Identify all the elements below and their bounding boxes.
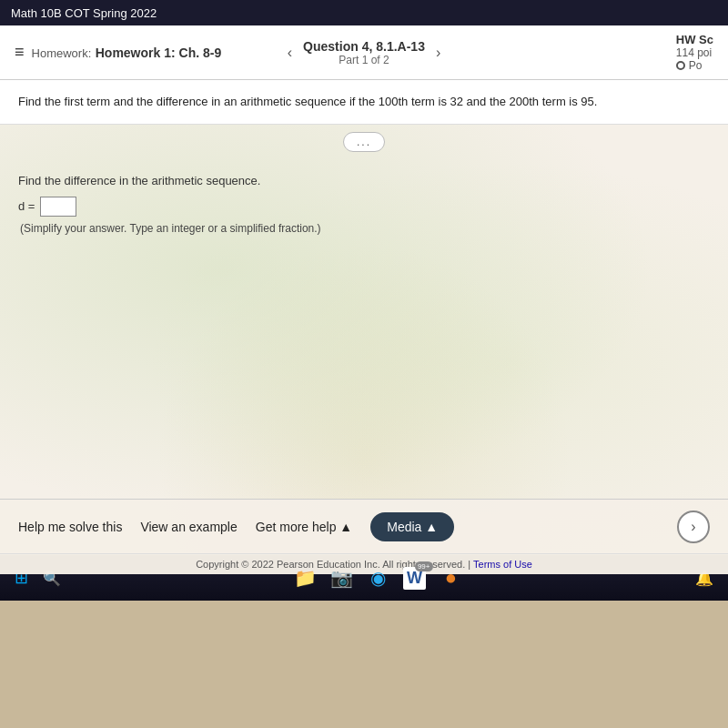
homework-info: Homework: Homework 1: Ch. 8-9	[32, 45, 222, 61]
part-instruction: Find the difference in the arithmetic se…	[18, 174, 710, 187]
orange-app-icon: ●	[445, 566, 457, 590]
hw-score-detail: 114 poi	[676, 46, 713, 59]
file-explorer-icon: 📁	[294, 567, 317, 589]
media-button[interactable]: Media ▲	[370, 512, 454, 541]
taskbar-app-camera[interactable]: 📷	[329, 565, 355, 591]
homework-title-text[interactable]: Homework 1: Ch. 8-9	[96, 46, 221, 60]
help-solve-button[interactable]: Help me solve this	[18, 520, 122, 534]
answer-label: d =	[18, 199, 35, 213]
terms-of-use-link[interactable]: Terms of Use	[473, 559, 532, 570]
circle-arrow-icon: ›	[691, 519, 695, 535]
homework-prefix: Homework:	[32, 46, 92, 60]
header-center: ‹ Question 4, 8.1.A-13 Part 1 of 2 ›	[250, 25, 479, 79]
question-text-box: Find the first term and the difference i…	[0, 80, 728, 125]
answer-section: Find the difference in the arithmetic se…	[0, 159, 728, 249]
word-badge: 99+	[415, 561, 433, 571]
answer-row: d =	[18, 197, 710, 217]
taskbar-app-orange[interactable]: ●	[439, 565, 464, 591]
simplify-hint: (Simplify your answer. Type an integer o…	[20, 222, 710, 235]
radio-dot-icon	[676, 61, 685, 70]
copyright-bar: Copyright © 2022 Pearson Education Inc. …	[0, 553, 728, 574]
homework-label: Homework: Homework 1: Ch. 8-9	[32, 45, 222, 61]
header-left: ≡ Homework: Homework 1: Ch. 8-9	[7, 25, 250, 79]
taskbar-app-fileexplorer[interactable]: 📁	[293, 565, 318, 591]
next-question-arrow[interactable]: ›	[432, 41, 444, 65]
bottom-action-bar: Help me solve this View an example Get m…	[0, 499, 728, 553]
hw-score-points: 114 poi	[676, 46, 712, 59]
top-bar: Math 10B COT Spring 2022	[0, 0, 728, 25]
ellipsis-button[interactable]: ...	[343, 132, 385, 152]
question-number: Question 4, 8.1.A-13	[303, 39, 425, 54]
main-wrapper: Find the first term and the difference i…	[0, 80, 728, 555]
hw-score-status: Po	[676, 59, 713, 72]
more-options-area: ...	[0, 132, 728, 152]
hw-score-title: HW Sc	[676, 33, 713, 46]
camera-icon: 📷	[330, 567, 353, 589]
circle-arrow-button[interactable]: ›	[677, 511, 710, 543]
question-main-text: Find the first term and the difference i…	[18, 95, 597, 108]
top-bar-title: Math 10B COT Spring 2022	[11, 6, 157, 20]
taskbar-app-word[interactable]: W 99+	[402, 565, 428, 591]
header-right: HW Sc 114 poi Po	[478, 25, 721, 79]
hw-score-status-text: Po	[689, 59, 703, 72]
get-more-help-button[interactable]: Get more help ▲	[256, 520, 352, 534]
question-part: Part 1 of 2	[303, 54, 425, 66]
hw-score-box: HW Sc 114 poi Po	[676, 33, 713, 72]
answer-input[interactable]	[40, 197, 76, 217]
prev-question-arrow[interactable]: ‹	[284, 41, 296, 65]
view-example-button[interactable]: View an example	[140, 520, 237, 534]
question-info: Question 4, 8.1.A-13 Part 1 of 2	[303, 39, 425, 66]
edge-icon: ◉	[370, 567, 386, 589]
main-content: Find the first term and the difference i…	[0, 80, 728, 553]
taskbar-app-edge[interactable]: ◉	[366, 565, 391, 591]
hamburger-menu-icon[interactable]: ≡	[15, 43, 25, 62]
header-nav: ≡ Homework: Homework 1: Ch. 8-9 ‹ Questi…	[0, 25, 728, 80]
